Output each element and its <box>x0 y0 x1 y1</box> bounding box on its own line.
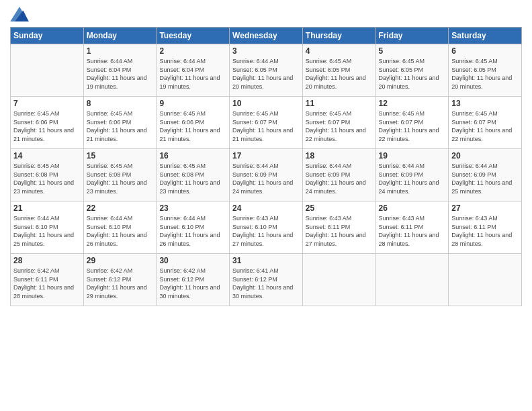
col-header-friday: Friday <box>375 28 449 44</box>
cell-info: Sunrise: 6:41 AMSunset: 6:12 PMDaylight:… <box>232 267 300 300</box>
calendar-cell: 14 Sunrise: 6:45 AMSunset: 6:08 PMDaylig… <box>11 149 84 201</box>
cell-info: Sunrise: 6:45 AMSunset: 6:06 PMDaylight:… <box>159 109 226 143</box>
day-number: 12 <box>379 99 446 108</box>
calendar-cell: 1 Sunrise: 6:44 AMSunset: 6:04 PMDayligh… <box>83 44 157 97</box>
week-row-3: 21 Sunrise: 6:44 AMSunset: 6:10 PMDaylig… <box>11 201 522 254</box>
cell-info: Sunrise: 6:44 AMSunset: 6:10 PMDaylight:… <box>159 214 226 248</box>
day-number: 21 <box>13 203 81 213</box>
cell-info: Sunrise: 6:42 AMSunset: 6:12 PMDaylight:… <box>159 267 226 300</box>
day-number: 9 <box>159 99 226 108</box>
calendar-cell: 16 Sunrise: 6:45 AMSunset: 6:08 PMDaylig… <box>157 149 230 201</box>
calendar-cell: 29 Sunrise: 6:42 AMSunset: 6:12 PMDaylig… <box>83 254 157 306</box>
cell-info: Sunrise: 6:45 AMSunset: 6:05 PMDaylight:… <box>451 57 519 91</box>
cell-info: Sunrise: 6:45 AMSunset: 6:07 PMDaylight:… <box>379 109 446 143</box>
cell-info: Sunrise: 6:45 AMSunset: 6:08 PMDaylight:… <box>159 162 226 195</box>
calendar-cell <box>449 254 522 306</box>
week-row-4: 28 Sunrise: 6:42 AMSunset: 6:11 PMDaylig… <box>11 254 522 306</box>
calendar-cell: 5 Sunrise: 6:45 AMSunset: 6:05 PMDayligh… <box>375 44 449 97</box>
cell-info: Sunrise: 6:44 AMSunset: 6:05 PMDaylight:… <box>232 57 300 91</box>
day-number: 2 <box>159 46 226 56</box>
day-number: 8 <box>87 99 154 108</box>
cell-info: Sunrise: 6:44 AMSunset: 6:09 PMDaylight:… <box>232 162 300 195</box>
cell-info: Sunrise: 6:45 AMSunset: 6:05 PMDaylight:… <box>306 57 373 91</box>
calendar-cell: 25 Sunrise: 6:43 AMSunset: 6:11 PMDaylig… <box>302 201 375 254</box>
day-number: 17 <box>232 151 300 161</box>
day-number: 7 <box>13 99 81 108</box>
day-number: 26 <box>379 203 446 213</box>
col-header-sunday: Sunday <box>11 28 84 44</box>
cell-info: Sunrise: 6:44 AMSunset: 6:10 PMDaylight:… <box>13 214 81 248</box>
cell-info: Sunrise: 6:44 AMSunset: 6:09 PMDaylight:… <box>451 162 519 195</box>
cell-info: Sunrise: 6:44 AMSunset: 6:10 PMDaylight:… <box>87 214 154 248</box>
day-number: 27 <box>451 203 519 213</box>
calendar-cell: 26 Sunrise: 6:43 AMSunset: 6:11 PMDaylig… <box>375 201 449 254</box>
day-number: 11 <box>306 99 373 108</box>
calendar-cell: 30 Sunrise: 6:42 AMSunset: 6:12 PMDaylig… <box>157 254 230 306</box>
cell-info: Sunrise: 6:42 AMSunset: 6:12 PMDaylight:… <box>87 267 154 300</box>
calendar-cell: 3 Sunrise: 6:44 AMSunset: 6:05 PMDayligh… <box>230 44 303 97</box>
col-header-tuesday: Tuesday <box>157 28 230 44</box>
day-number: 19 <box>379 151 446 161</box>
day-number: 30 <box>159 256 226 265</box>
calendar-cell: 19 Sunrise: 6:44 AMSunset: 6:09 PMDaylig… <box>375 149 449 201</box>
calendar-cell <box>11 44 84 97</box>
calendar-cell: 15 Sunrise: 6:45 AMSunset: 6:08 PMDaylig… <box>83 149 157 201</box>
calendar-cell: 9 Sunrise: 6:45 AMSunset: 6:06 PMDayligh… <box>157 97 230 149</box>
day-number: 6 <box>451 46 519 56</box>
calendar-cell: 17 Sunrise: 6:44 AMSunset: 6:09 PMDaylig… <box>230 149 303 201</box>
day-number: 16 <box>159 151 226 161</box>
calendar-cell: 2 Sunrise: 6:44 AMSunset: 6:04 PMDayligh… <box>157 44 230 97</box>
calendar-cell: 4 Sunrise: 6:45 AMSunset: 6:05 PMDayligh… <box>302 44 375 97</box>
cell-info: Sunrise: 6:43 AMSunset: 6:11 PMDaylight:… <box>379 214 446 248</box>
calendar-cell: 13 Sunrise: 6:45 AMSunset: 6:07 PMDaylig… <box>449 97 522 149</box>
col-header-monday: Monday <box>83 28 157 44</box>
day-number: 20 <box>451 151 519 161</box>
calendar-cell: 6 Sunrise: 6:45 AMSunset: 6:05 PMDayligh… <box>449 44 522 97</box>
calendar-cell: 18 Sunrise: 6:44 AMSunset: 6:09 PMDaylig… <box>302 149 375 201</box>
day-number: 3 <box>232 46 300 56</box>
cell-info: Sunrise: 6:44 AMSunset: 6:04 PMDaylight:… <box>87 57 154 91</box>
day-number: 13 <box>451 99 519 108</box>
day-number: 1 <box>87 46 154 56</box>
calendar-cell: 27 Sunrise: 6:43 AMSunset: 6:11 PMDaylig… <box>449 201 522 254</box>
cell-info: Sunrise: 6:43 AMSunset: 6:10 PMDaylight:… <box>232 214 300 248</box>
logo-icon <box>10 7 29 21</box>
calendar-cell: 20 Sunrise: 6:44 AMSunset: 6:09 PMDaylig… <box>449 149 522 201</box>
calendar-cell: 22 Sunrise: 6:44 AMSunset: 6:10 PMDaylig… <box>83 201 157 254</box>
day-number: 5 <box>379 46 446 56</box>
calendar-cell: 28 Sunrise: 6:42 AMSunset: 6:11 PMDaylig… <box>11 254 84 306</box>
main-container: SundayMondayTuesdayWednesdayThursdayFrid… <box>0 0 532 411</box>
day-number: 24 <box>232 203 300 213</box>
day-number: 15 <box>87 151 154 161</box>
cell-info: Sunrise: 6:45 AMSunset: 6:08 PMDaylight:… <box>13 162 81 195</box>
day-number: 23 <box>159 203 226 213</box>
header <box>10 7 522 21</box>
calendar-cell: 21 Sunrise: 6:44 AMSunset: 6:10 PMDaylig… <box>11 201 84 254</box>
cell-info: Sunrise: 6:45 AMSunset: 6:06 PMDaylight:… <box>87 109 154 143</box>
day-number: 10 <box>232 99 300 108</box>
cell-info: Sunrise: 6:42 AMSunset: 6:11 PMDaylight:… <box>13 267 81 300</box>
calendar-cell: 31 Sunrise: 6:41 AMSunset: 6:12 PMDaylig… <box>230 254 303 306</box>
week-row-1: 7 Sunrise: 6:45 AMSunset: 6:06 PMDayligh… <box>11 97 522 149</box>
day-number: 28 <box>13 256 81 265</box>
col-header-wednesday: Wednesday <box>230 28 303 44</box>
calendar-cell <box>375 254 449 306</box>
calendar-cell: 10 Sunrise: 6:45 AMSunset: 6:07 PMDaylig… <box>230 97 303 149</box>
calendar-cell: 12 Sunrise: 6:45 AMSunset: 6:07 PMDaylig… <box>375 97 449 149</box>
cell-info: Sunrise: 6:45 AMSunset: 6:07 PMDaylight:… <box>306 109 373 143</box>
col-header-saturday: Saturday <box>449 28 522 44</box>
calendar-cell: 24 Sunrise: 6:43 AMSunset: 6:10 PMDaylig… <box>230 201 303 254</box>
day-number: 22 <box>87 203 154 213</box>
calendar-cell: 8 Sunrise: 6:45 AMSunset: 6:06 PMDayligh… <box>83 97 157 149</box>
cell-info: Sunrise: 6:45 AMSunset: 6:07 PMDaylight:… <box>232 109 300 143</box>
col-header-thursday: Thursday <box>302 28 375 44</box>
cell-info: Sunrise: 6:44 AMSunset: 6:04 PMDaylight:… <box>159 57 226 91</box>
day-number: 4 <box>306 46 373 56</box>
logo <box>10 7 32 21</box>
header-row: SundayMondayTuesdayWednesdayThursdayFrid… <box>11 28 522 44</box>
day-number: 14 <box>13 151 81 161</box>
week-row-0: 1 Sunrise: 6:44 AMSunset: 6:04 PMDayligh… <box>11 44 522 97</box>
calendar-cell <box>302 254 375 306</box>
cell-info: Sunrise: 6:43 AMSunset: 6:11 PMDaylight:… <box>306 214 373 248</box>
cell-info: Sunrise: 6:44 AMSunset: 6:09 PMDaylight:… <box>379 162 446 195</box>
